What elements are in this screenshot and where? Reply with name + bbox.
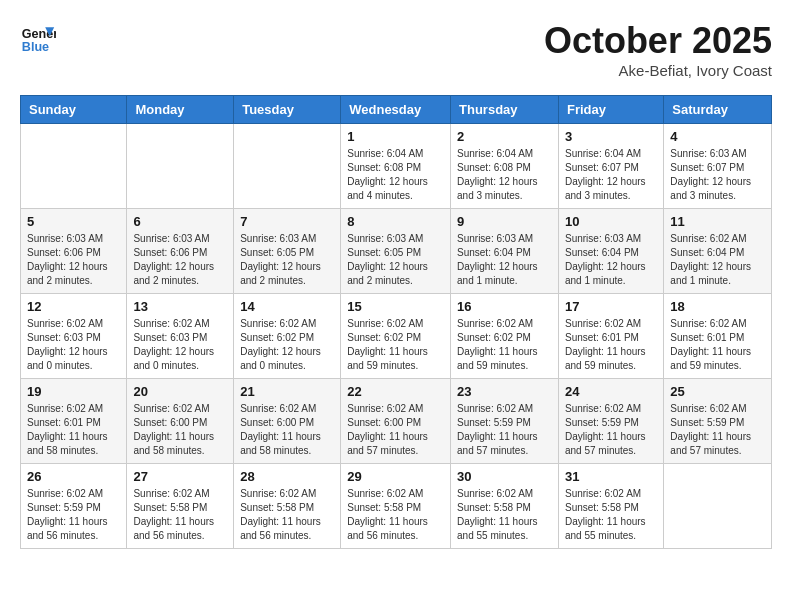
- day-info: Sunrise: 6:02 AM Sunset: 6:01 PM Dayligh…: [27, 402, 120, 458]
- day-info: Sunrise: 6:02 AM Sunset: 6:04 PM Dayligh…: [670, 232, 765, 288]
- day-info: Sunrise: 6:02 AM Sunset: 6:00 PM Dayligh…: [133, 402, 227, 458]
- day-info: Sunrise: 6:02 AM Sunset: 5:59 PM Dayligh…: [565, 402, 657, 458]
- calendar-cell: 28Sunrise: 6:02 AM Sunset: 5:58 PM Dayli…: [234, 464, 341, 549]
- weekday-header: Monday: [127, 96, 234, 124]
- day-info: Sunrise: 6:02 AM Sunset: 5:58 PM Dayligh…: [457, 487, 552, 543]
- title-block: October 2025 Ake-Befiat, Ivory Coast: [544, 20, 772, 79]
- day-info: Sunrise: 6:02 AM Sunset: 6:01 PM Dayligh…: [670, 317, 765, 373]
- day-number: 28: [240, 469, 334, 484]
- calendar-cell: 23Sunrise: 6:02 AM Sunset: 5:59 PM Dayli…: [451, 379, 559, 464]
- day-number: 22: [347, 384, 444, 399]
- calendar-cell: 13Sunrise: 6:02 AM Sunset: 6:03 PM Dayli…: [127, 294, 234, 379]
- calendar-cell: 6Sunrise: 6:03 AM Sunset: 6:06 PM Daylig…: [127, 209, 234, 294]
- calendar-subtitle: Ake-Befiat, Ivory Coast: [544, 62, 772, 79]
- calendar-cell: 3Sunrise: 6:04 AM Sunset: 6:07 PM Daylig…: [558, 124, 663, 209]
- calendar-week-row: 19Sunrise: 6:02 AM Sunset: 6:01 PM Dayli…: [21, 379, 772, 464]
- calendar-cell: 25Sunrise: 6:02 AM Sunset: 5:59 PM Dayli…: [664, 379, 772, 464]
- day-info: Sunrise: 6:02 AM Sunset: 6:03 PM Dayligh…: [133, 317, 227, 373]
- day-number: 19: [27, 384, 120, 399]
- calendar-cell: 19Sunrise: 6:02 AM Sunset: 6:01 PM Dayli…: [21, 379, 127, 464]
- day-info: Sunrise: 6:02 AM Sunset: 6:00 PM Dayligh…: [240, 402, 334, 458]
- day-number: 17: [565, 299, 657, 314]
- calendar-cell: 22Sunrise: 6:02 AM Sunset: 6:00 PM Dayli…: [341, 379, 451, 464]
- day-info: Sunrise: 6:03 AM Sunset: 6:07 PM Dayligh…: [670, 147, 765, 203]
- day-number: 14: [240, 299, 334, 314]
- calendar-cell: 30Sunrise: 6:02 AM Sunset: 5:58 PM Dayli…: [451, 464, 559, 549]
- calendar-cell: 9Sunrise: 6:03 AM Sunset: 6:04 PM Daylig…: [451, 209, 559, 294]
- day-info: Sunrise: 6:02 AM Sunset: 5:58 PM Dayligh…: [133, 487, 227, 543]
- day-number: 18: [670, 299, 765, 314]
- weekday-header: Saturday: [664, 96, 772, 124]
- calendar-cell: [234, 124, 341, 209]
- day-info: Sunrise: 6:02 AM Sunset: 6:02 PM Dayligh…: [457, 317, 552, 373]
- calendar-cell: [21, 124, 127, 209]
- day-info: Sunrise: 6:04 AM Sunset: 6:07 PM Dayligh…: [565, 147, 657, 203]
- day-number: 21: [240, 384, 334, 399]
- day-info: Sunrise: 6:03 AM Sunset: 6:06 PM Dayligh…: [133, 232, 227, 288]
- day-number: 7: [240, 214, 334, 229]
- weekday-header: Friday: [558, 96, 663, 124]
- day-number: 20: [133, 384, 227, 399]
- calendar-cell: 4Sunrise: 6:03 AM Sunset: 6:07 PM Daylig…: [664, 124, 772, 209]
- day-info: Sunrise: 6:03 AM Sunset: 6:05 PM Dayligh…: [347, 232, 444, 288]
- day-number: 15: [347, 299, 444, 314]
- day-info: Sunrise: 6:02 AM Sunset: 5:59 PM Dayligh…: [27, 487, 120, 543]
- day-info: Sunrise: 6:02 AM Sunset: 5:59 PM Dayligh…: [670, 402, 765, 458]
- weekday-header: Wednesday: [341, 96, 451, 124]
- day-number: 26: [27, 469, 120, 484]
- calendar-cell: 16Sunrise: 6:02 AM Sunset: 6:02 PM Dayli…: [451, 294, 559, 379]
- day-number: 4: [670, 129, 765, 144]
- logo-icon: General Blue: [20, 20, 56, 56]
- calendar-cell: [664, 464, 772, 549]
- calendar-cell: 7Sunrise: 6:03 AM Sunset: 6:05 PM Daylig…: [234, 209, 341, 294]
- calendar-cell: 18Sunrise: 6:02 AM Sunset: 6:01 PM Dayli…: [664, 294, 772, 379]
- weekday-header: Tuesday: [234, 96, 341, 124]
- day-info: Sunrise: 6:02 AM Sunset: 6:02 PM Dayligh…: [347, 317, 444, 373]
- calendar-cell: 1Sunrise: 6:04 AM Sunset: 6:08 PM Daylig…: [341, 124, 451, 209]
- calendar-cell: 24Sunrise: 6:02 AM Sunset: 5:59 PM Dayli…: [558, 379, 663, 464]
- weekday-header-row: SundayMondayTuesdayWednesdayThursdayFrid…: [21, 96, 772, 124]
- day-number: 29: [347, 469, 444, 484]
- calendar-cell: 2Sunrise: 6:04 AM Sunset: 6:08 PM Daylig…: [451, 124, 559, 209]
- day-info: Sunrise: 6:03 AM Sunset: 6:05 PM Dayligh…: [240, 232, 334, 288]
- calendar-cell: 15Sunrise: 6:02 AM Sunset: 6:02 PM Dayli…: [341, 294, 451, 379]
- calendar-week-row: 1Sunrise: 6:04 AM Sunset: 6:08 PM Daylig…: [21, 124, 772, 209]
- calendar-cell: 27Sunrise: 6:02 AM Sunset: 5:58 PM Dayli…: [127, 464, 234, 549]
- calendar-title: October 2025: [544, 20, 772, 62]
- day-number: 16: [457, 299, 552, 314]
- calendar-week-row: 5Sunrise: 6:03 AM Sunset: 6:06 PM Daylig…: [21, 209, 772, 294]
- day-number: 27: [133, 469, 227, 484]
- day-info: Sunrise: 6:03 AM Sunset: 6:04 PM Dayligh…: [565, 232, 657, 288]
- weekday-header: Sunday: [21, 96, 127, 124]
- day-info: Sunrise: 6:03 AM Sunset: 6:06 PM Dayligh…: [27, 232, 120, 288]
- calendar-cell: 26Sunrise: 6:02 AM Sunset: 5:59 PM Dayli…: [21, 464, 127, 549]
- day-info: Sunrise: 6:04 AM Sunset: 6:08 PM Dayligh…: [457, 147, 552, 203]
- day-info: Sunrise: 6:02 AM Sunset: 5:59 PM Dayligh…: [457, 402, 552, 458]
- logo: General Blue: [20, 20, 56, 56]
- day-number: 1: [347, 129, 444, 144]
- calendar-cell: [127, 124, 234, 209]
- calendar-cell: 31Sunrise: 6:02 AM Sunset: 5:58 PM Dayli…: [558, 464, 663, 549]
- day-number: 5: [27, 214, 120, 229]
- day-number: 2: [457, 129, 552, 144]
- day-number: 23: [457, 384, 552, 399]
- calendar-cell: 11Sunrise: 6:02 AM Sunset: 6:04 PM Dayli…: [664, 209, 772, 294]
- day-number: 6: [133, 214, 227, 229]
- svg-text:Blue: Blue: [22, 40, 49, 54]
- day-info: Sunrise: 6:02 AM Sunset: 6:03 PM Dayligh…: [27, 317, 120, 373]
- calendar-week-row: 26Sunrise: 6:02 AM Sunset: 5:59 PM Dayli…: [21, 464, 772, 549]
- day-number: 3: [565, 129, 657, 144]
- day-info: Sunrise: 6:02 AM Sunset: 6:02 PM Dayligh…: [240, 317, 334, 373]
- calendar-cell: 17Sunrise: 6:02 AM Sunset: 6:01 PM Dayli…: [558, 294, 663, 379]
- day-number: 24: [565, 384, 657, 399]
- day-number: 25: [670, 384, 765, 399]
- day-number: 30: [457, 469, 552, 484]
- day-number: 10: [565, 214, 657, 229]
- day-info: Sunrise: 6:02 AM Sunset: 5:58 PM Dayligh…: [240, 487, 334, 543]
- day-info: Sunrise: 6:02 AM Sunset: 6:01 PM Dayligh…: [565, 317, 657, 373]
- day-info: Sunrise: 6:03 AM Sunset: 6:04 PM Dayligh…: [457, 232, 552, 288]
- calendar-cell: 8Sunrise: 6:03 AM Sunset: 6:05 PM Daylig…: [341, 209, 451, 294]
- day-number: 8: [347, 214, 444, 229]
- calendar-cell: 21Sunrise: 6:02 AM Sunset: 6:00 PM Dayli…: [234, 379, 341, 464]
- day-number: 11: [670, 214, 765, 229]
